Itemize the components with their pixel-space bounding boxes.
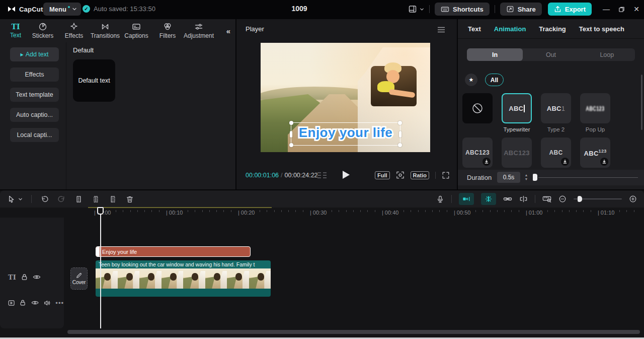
redo-icon[interactable] <box>57 195 66 204</box>
playhead-handle[interactable] <box>97 207 104 215</box>
animation-tile-r2-2[interactable]: ABC <box>541 138 571 168</box>
handle-bottom-right[interactable] <box>398 143 402 147</box>
zoom-slider-handle[interactable] <box>578 196 582 202</box>
segment-out[interactable]: Out <box>523 48 579 61</box>
tab-adjustment[interactable]: Adjustment <box>183 19 214 42</box>
split-right-icon[interactable] <box>109 195 117 204</box>
collapse-panel-button[interactable]: « <box>226 27 230 35</box>
focus-icon[interactable] <box>396 171 405 179</box>
split-left-icon[interactable] <box>74 195 83 204</box>
handle-top-left[interactable] <box>289 121 293 125</box>
animation-tile-pop-up[interactable]: ABC123 <box>580 93 610 123</box>
sidebar-item-text-template[interactable]: Text template <box>10 88 59 102</box>
export-button[interactable]: Export <box>548 3 592 16</box>
animation-tile-type-2[interactable]: ABC1 <box>541 93 571 123</box>
download-icon[interactable] <box>600 158 608 166</box>
clip-trim-handle[interactable] <box>96 247 100 256</box>
eye-icon[interactable] <box>33 274 41 280</box>
panel-scrollbar[interactable] <box>641 75 642 130</box>
ruler-tick <box>482 210 483 212</box>
duration-slider-track[interactable] <box>538 177 638 178</box>
tab-filters[interactable]: Filters <box>152 19 183 42</box>
tab-animation[interactable]: Animation <box>494 25 526 33</box>
ratio-button[interactable]: Ratio <box>411 171 430 179</box>
sidebar-item-add-text[interactable]: ▶Add text <box>10 47 59 61</box>
download-icon[interactable] <box>482 158 491 166</box>
split-both-icon[interactable] <box>92 195 100 204</box>
select-tool-button[interactable] <box>7 195 23 204</box>
tab-stickers[interactable]: Stickers <box>27 19 58 42</box>
animation-tile-typewriter[interactable]: ABC <box>502 93 532 123</box>
share-button[interactable]: Share <box>500 3 542 16</box>
lock-icon[interactable] <box>20 299 26 306</box>
zoom-out-icon[interactable] <box>558 195 567 203</box>
link-icon[interactable] <box>503 195 512 202</box>
track-more-icon[interactable]: ••• <box>55 299 64 307</box>
player-menu-icon[interactable] <box>437 26 446 33</box>
minimize-button[interactable]: — <box>599 2 614 16</box>
duration-slider-handle[interactable] <box>533 174 537 181</box>
shortcuts-button[interactable]: Shortcuts <box>435 3 490 16</box>
menu-button[interactable]: Menu <box>43 3 81 16</box>
video-clip-caption: Teen boy looking out the car window and … <box>96 260 271 268</box>
all-filter-pill[interactable]: All <box>485 74 504 86</box>
segment-in[interactable]: In <box>467 48 523 61</box>
video-clip[interactable]: Teen boy looking out the car window and … <box>96 260 271 297</box>
ruler-tick <box>626 210 627 212</box>
record-voiceover-icon[interactable] <box>436 195 444 204</box>
handle-left[interactable] <box>290 131 292 138</box>
split-clip-icon[interactable] <box>519 195 528 202</box>
video-preview[interactable]: Enjoy your life Enjoy your life <box>261 43 430 152</box>
default-text-card[interactable]: Default text <box>73 59 115 102</box>
segment-loop[interactable]: Loop <box>579 48 635 61</box>
animation-tile-r2-1[interactable]: ABC123 <box>502 138 532 168</box>
download-icon[interactable] <box>561 158 569 166</box>
undo-icon[interactable] <box>40 195 49 204</box>
effects-icon <box>69 22 78 31</box>
delete-icon[interactable] <box>126 195 134 204</box>
duration-stepper[interactable]: ▲▼ <box>522 172 530 183</box>
restore-button[interactable] <box>614 2 629 16</box>
text-clip[interactable]: Enjoy your life <box>96 246 251 257</box>
timeline-scale-icon[interactable] <box>542 195 551 203</box>
zoom-in-icon[interactable] <box>629 195 637 203</box>
tab-effects[interactable]: Effects <box>58 19 90 42</box>
auto-snap-toggle[interactable] <box>459 193 474 205</box>
top-bar: CapCut Menu ✓ Auto saved: 15:33:50 1009 … <box>0 0 644 18</box>
duration-value[interactable]: 0.5s <box>497 172 520 183</box>
edit-cover-button[interactable]: Cover <box>70 267 88 290</box>
ruler-tick <box>288 210 289 212</box>
timeline-horizontal-scrollbar[interactable] <box>67 330 640 334</box>
playhead-line[interactable] <box>100 208 101 328</box>
eye-icon[interactable] <box>31 300 39 306</box>
text-overlay-selection[interactable]: Enjoy your life Enjoy your life <box>291 122 400 146</box>
handle-bottom-left[interactable] <box>289 143 293 147</box>
tab-transitions[interactable]: Transitions <box>90 19 121 42</box>
animation-tile-r2-3[interactable]: ABC123 <box>580 138 610 168</box>
sidebar-item-label: Auto captio... <box>16 111 53 118</box>
full-button[interactable]: Full <box>375 171 390 179</box>
speaker-icon[interactable] <box>44 300 50 306</box>
preview-snap-toggle[interactable] <box>481 193 496 205</box>
tab-text-to-speech[interactable]: Text to speech <box>579 25 624 33</box>
quality-icon[interactable] <box>317 172 327 179</box>
lock-icon[interactable] <box>21 274 28 281</box>
tab-captions[interactable]: Captions <box>121 19 152 42</box>
sidebar-item-effects[interactable]: Effects <box>10 67 59 82</box>
fullscreen-icon[interactable] <box>442 171 450 179</box>
timeline-ruler[interactable]: |00:00|00:10|00:20|00:30|00:40|00:50|01:… <box>0 208 644 218</box>
layout-toggle-button[interactable] <box>408 5 424 14</box>
tab-tracking[interactable]: Tracking <box>539 25 566 33</box>
close-button[interactable]: ✕ <box>629 2 644 16</box>
animation-tile-r1-0[interactable] <box>462 93 493 123</box>
timeline-zoom-slider[interactable] <box>574 198 622 199</box>
favorites-filter-button[interactable]: ★ <box>465 74 477 86</box>
handle-top-right[interactable] <box>398 121 402 125</box>
handle-right[interactable] <box>399 131 401 138</box>
tab-text[interactable]: TIText <box>4 19 27 42</box>
sidebar-item-local-capti[interactable]: Local capti... <box>10 128 59 142</box>
animation-tile-r2-0[interactable]: ABC123 <box>462 138 493 168</box>
sidebar-item-auto-captio[interactable]: Auto captio... <box>10 108 59 122</box>
play-button[interactable] <box>343 171 350 179</box>
tab-text[interactable]: Text <box>468 25 481 33</box>
